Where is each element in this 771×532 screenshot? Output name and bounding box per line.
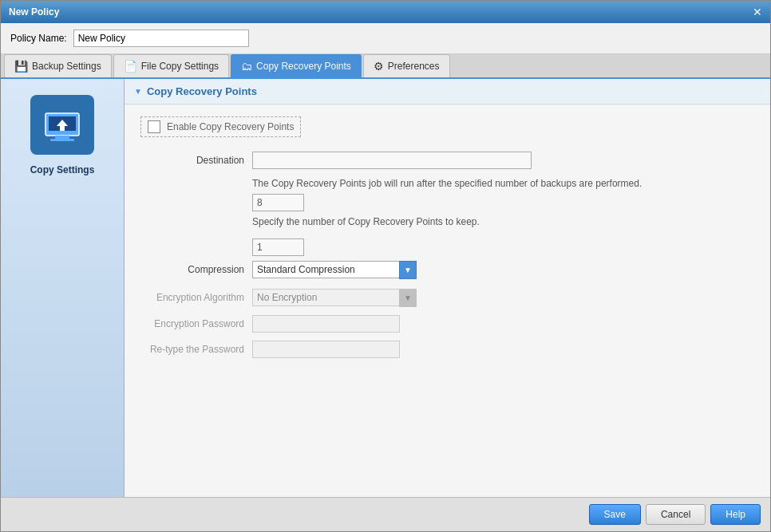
tab-copy-recovery-points[interactable]: 🗂 Copy Recovery Points (231, 54, 362, 77)
destination-row: Destination (140, 152, 754, 169)
file-copy-icon: 📄 (124, 60, 137, 73)
svg-rect-4 (50, 139, 74, 141)
content-area: ▼ Copy Recovery Points Enable Copy Recov… (125, 79, 770, 497)
compression-select-wrapper: Standard Compression No Compression Maxi… (252, 261, 417, 279)
preferences-icon: ⚙ (374, 60, 384, 73)
policy-name-label: Policy Name: (10, 33, 67, 44)
form-area: Enable Copy Recovery Points Destination … (125, 104, 770, 378)
retype-password-input[interactable] (252, 341, 400, 358)
sidebar-icon-box (30, 95, 94, 155)
dialog: New Policy ✕ Policy Name: 💾 Backup Setti… (0, 0, 771, 532)
encryption-algorithm-row: Encryption Algorithm No Encryption AES-1… (140, 289, 754, 307)
compression-label: Compression (140, 264, 244, 275)
scrollable-content[interactable]: ▼ Copy Recovery Points Enable Copy Recov… (125, 79, 770, 497)
tab-preferences-label: Preferences (388, 61, 440, 72)
tabs-row: 💾 Backup Settings 📄 File Copy Settings 🗂… (1, 54, 770, 79)
keep-value-input[interactable] (252, 238, 304, 256)
compression-select-arrow[interactable]: ▼ (399, 261, 417, 279)
copy-settings-icon (42, 105, 82, 145)
dialog-title: New Policy (9, 6, 59, 18)
destination-input[interactable] (252, 152, 532, 169)
backups-value-input[interactable] (252, 194, 304, 211)
encryption-algorithm-label: Encryption Algorithm (140, 292, 244, 303)
tab-file-copy-settings[interactable]: 📄 File Copy Settings (113, 54, 229, 77)
encryption-password-label: Encryption Password (140, 318, 244, 329)
tab-preferences[interactable]: ⚙ Preferences (363, 54, 450, 77)
tab-copy-recovery-label: Copy Recovery Points (256, 61, 351, 72)
encryption-password-row: Encryption Password (140, 315, 754, 333)
tab-file-copy-label: File Copy Settings (141, 61, 219, 72)
policy-name-input[interactable] (73, 30, 249, 47)
sidebar: Copy Settings (1, 79, 125, 497)
retype-password-label: Re-type the Password (140, 344, 244, 355)
svg-rect-3 (55, 136, 69, 139)
compression-row: Compression Standard Compression No Comp… (140, 261, 754, 279)
enc-select-wrapper: No Encryption AES-128 AES-256 ▼ (252, 289, 417, 307)
enable-checkbox[interactable] (148, 120, 160, 133)
section-header: ▼ Copy Recovery Points (125, 79, 770, 104)
info-text-2: Specify the number of Copy Recovery Poin… (252, 216, 754, 227)
encryption-algorithm-select[interactable]: No Encryption AES-128 AES-256 (252, 289, 400, 306)
enable-label: Enable Copy Recovery Points (167, 121, 294, 132)
info-text-1: The Copy Recovery Points job will run af… (252, 177, 754, 191)
sidebar-label: Copy Settings (30, 164, 95, 175)
compression-select[interactable]: Standard Compression No Compression Maxi… (252, 261, 400, 278)
title-bar: New Policy ✕ (1, 1, 770, 23)
tab-backup-settings[interactable]: 💾 Backup Settings (4, 54, 112, 77)
cancel-button[interactable]: Cancel (646, 504, 706, 525)
encryption-password-input[interactable] (252, 315, 400, 333)
main-content: Copy Settings ▼ Copy Recovery Points Ena… (1, 79, 770, 497)
destination-label: Destination (140, 155, 244, 166)
enc-select-arrow: ▼ (399, 289, 417, 307)
close-button[interactable]: ✕ (753, 6, 762, 18)
save-button[interactable]: Save (589, 504, 641, 525)
encryption-section: Encryption Algorithm No Encryption AES-1… (140, 289, 754, 358)
policy-name-row: Policy Name: (1, 23, 770, 54)
copy-recovery-icon: 🗂 (241, 60, 252, 73)
tab-backup-settings-label: Backup Settings (32, 61, 101, 72)
backup-settings-icon: 💾 (14, 60, 28, 73)
footer: Save Cancel Help (1, 497, 770, 531)
enable-row[interactable]: Enable Copy Recovery Points (140, 116, 301, 137)
retype-password-row: Re-type the Password (140, 341, 754, 358)
triangle-icon: ▼ (134, 87, 142, 96)
section-title: Copy Recovery Points (147, 85, 257, 97)
help-button[interactable]: Help (710, 504, 761, 525)
